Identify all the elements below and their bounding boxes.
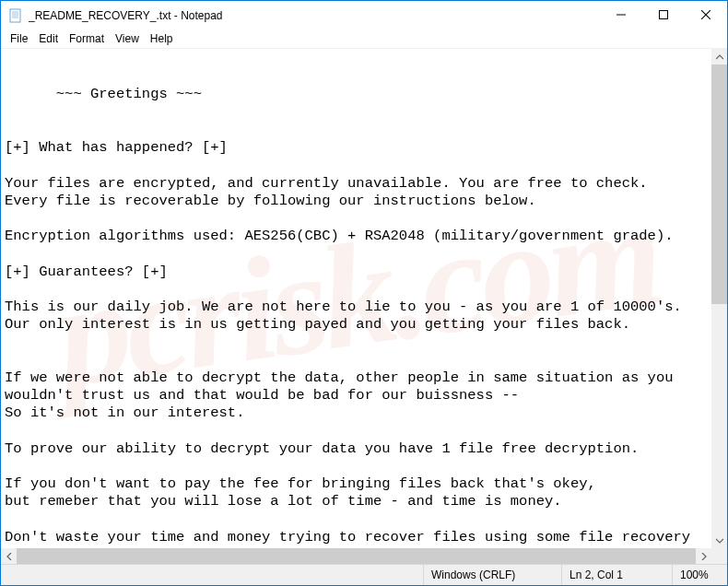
scroll-track-horizontal[interactable] [17,548,696,564]
status-bar: Windows (CRLF) Ln 2, Col 1 100% [1,564,727,585]
horizontal-scrollbar[interactable] [1,548,711,564]
scroll-down-button[interactable] [711,533,727,548]
menu-edit[interactable]: Edit [33,31,64,46]
menu-help[interactable]: Help [145,31,179,46]
scroll-thumb-vertical[interactable] [711,64,727,304]
window-controls [600,1,727,29]
status-cursor-position: Ln 2, Col 1 [561,565,672,585]
scroll-right-button[interactable] [696,548,711,564]
notepad-window: _README_RECOVERY_.txt - Notepad File Edi… [0,0,728,586]
maximize-icon [659,10,668,19]
status-zoom: 100% [672,565,727,585]
maximize-button[interactable] [642,1,685,29]
menu-view[interactable]: View [110,31,145,46]
app-icon [8,8,23,23]
minimize-button[interactable] [600,1,642,29]
svg-rect-6 [660,11,668,19]
horizontal-scroll-row [1,548,727,564]
chevron-right-icon [701,553,707,560]
menu-file[interactable]: File [5,31,33,46]
status-spacer [1,565,423,585]
menu-format[interactable]: Format [64,31,110,46]
text-editor[interactable]: pcrisk.com ~~~ Greetings ~~~ [+] What ha… [1,49,711,548]
close-icon [701,10,710,19]
scroll-up-button[interactable] [711,49,727,64]
vertical-scrollbar[interactable] [711,49,727,548]
status-encoding: Windows (CRLF) [423,565,561,585]
scroll-thumb-horizontal[interactable] [17,548,696,564]
chevron-up-icon [716,54,723,60]
content-area: pcrisk.com ~~~ Greetings ~~~ [+] What ha… [1,48,727,548]
close-button[interactable] [685,1,727,29]
scroll-left-button[interactable] [1,548,17,564]
menu-bar: File Edit Format View Help [1,29,727,48]
chevron-down-icon [716,538,723,544]
scroll-track-vertical[interactable] [711,64,727,533]
size-grip[interactable] [711,548,727,564]
chevron-left-icon [6,553,12,560]
document-text: ~~~ Greetings ~~~ [+] What has happened?… [5,86,699,548]
minimize-icon [616,10,626,19]
title-bar: _README_RECOVERY_.txt - Notepad [1,1,727,29]
window-title: _README_RECOVERY_.txt - Notepad [29,9,600,22]
